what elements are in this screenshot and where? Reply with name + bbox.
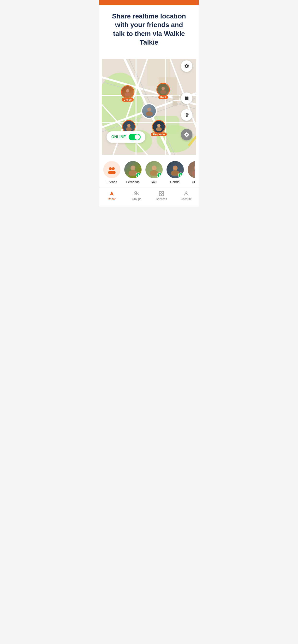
friend-name-raul: Raul bbox=[151, 180, 158, 184]
account-icon bbox=[183, 191, 189, 196]
hero-title: Share realtime location with your friend… bbox=[109, 12, 189, 47]
svg-rect-59 bbox=[162, 192, 164, 193]
radar-icon bbox=[109, 191, 115, 196]
friend-avatar-gabriel bbox=[167, 161, 184, 178]
location-badge-fernando bbox=[136, 172, 141, 178]
svg-marker-52 bbox=[110, 191, 114, 196]
svg-point-28 bbox=[162, 87, 165, 90]
friend-item-cleide[interactable]: Cleide bbox=[188, 161, 195, 184]
my-location-button[interactable] bbox=[181, 129, 192, 140]
map-pin-cleide[interactable]: Cleide bbox=[121, 85, 134, 102]
friend-name-cleide: Cleide bbox=[192, 180, 195, 184]
map-container: ONLINE Cleide Raul bbox=[102, 56, 196, 157]
nav-label-groups: Groups bbox=[132, 198, 141, 201]
pin-label-fernando: Fernando bbox=[151, 132, 167, 136]
svg-point-26 bbox=[126, 89, 129, 92]
svg-rect-61 bbox=[162, 194, 164, 196]
friend-name-gabriel: Gabriel bbox=[170, 180, 180, 184]
svg-point-32 bbox=[127, 124, 130, 127]
friend-avatar-cleide bbox=[188, 161, 195, 178]
location-badge-gabriel bbox=[178, 172, 183, 178]
nav-item-services[interactable]: Services bbox=[149, 190, 174, 202]
pin-label-raul: Raul bbox=[158, 95, 168, 99]
status-bar bbox=[99, 0, 199, 5]
friend-item-raul[interactable]: Raul bbox=[145, 161, 163, 184]
pin-label-cleide: Cleide bbox=[122, 98, 133, 102]
svg-point-29 bbox=[160, 90, 166, 94]
svg-point-31 bbox=[146, 112, 152, 116]
settings-button[interactable] bbox=[181, 60, 192, 72]
nav-item-groups[interactable]: Groups bbox=[124, 190, 149, 202]
hero-section: Share realtime location with your friend… bbox=[99, 5, 199, 56]
svg-point-36 bbox=[109, 167, 112, 170]
nav-label-account: Account bbox=[181, 198, 192, 201]
svg-point-49 bbox=[194, 166, 195, 170]
svg-marker-42 bbox=[137, 174, 139, 176]
friends-group-item[interactable]: Friends bbox=[103, 161, 120, 184]
svg-point-40 bbox=[130, 166, 135, 170]
svg-rect-20 bbox=[173, 95, 180, 100]
online-toggle[interactable] bbox=[129, 134, 140, 140]
svg-marker-48 bbox=[180, 174, 182, 176]
svg-point-38 bbox=[112, 167, 115, 170]
svg-point-34 bbox=[157, 124, 161, 127]
friend-name-fernando: Fernando bbox=[126, 180, 140, 184]
svg-point-35 bbox=[156, 127, 162, 130]
location-badge-raul bbox=[157, 172, 162, 178]
toggle-knob bbox=[135, 134, 140, 140]
online-pill[interactable]: ONLINE bbox=[106, 131, 145, 143]
map-pin-self[interactable] bbox=[141, 103, 157, 119]
friends-section: Friends Fernando bbox=[99, 157, 199, 188]
svg-marker-45 bbox=[158, 174, 161, 176]
svg-point-25 bbox=[188, 114, 189, 114]
svg-point-46 bbox=[173, 166, 178, 170]
svg-rect-22 bbox=[173, 101, 177, 106]
map-wrapper: ONLINE Cleide Raul bbox=[99, 56, 199, 157]
friend-avatar-raul bbox=[145, 161, 163, 178]
nav-label-radar: Radar bbox=[108, 198, 116, 201]
svg-rect-60 bbox=[159, 194, 161, 196]
friend-item-fernando[interactable]: Fernando bbox=[124, 161, 141, 184]
services-icon bbox=[159, 191, 164, 196]
online-label: ONLINE bbox=[111, 135, 126, 139]
map-pin-raul[interactable]: Raul bbox=[157, 83, 170, 99]
svg-point-57 bbox=[137, 192, 138, 193]
svg-point-62 bbox=[185, 192, 187, 194]
groups-icon bbox=[134, 191, 139, 196]
camera-button[interactable] bbox=[181, 92, 192, 104]
walkie-talkie-button[interactable] bbox=[181, 109, 192, 121]
nav-item-radar[interactable]: Radar bbox=[99, 190, 124, 202]
bottom-nav: Radar Groups Services Account bbox=[99, 188, 199, 206]
friend-avatar-fernando bbox=[124, 161, 141, 178]
friends-list: Friends Fernando bbox=[103, 161, 195, 184]
nav-item-account[interactable]: Account bbox=[174, 190, 199, 202]
svg-point-50 bbox=[192, 170, 195, 176]
svg-rect-58 bbox=[159, 192, 161, 193]
friends-label: Friends bbox=[106, 180, 117, 184]
friends-group-avatar bbox=[103, 161, 120, 178]
svg-point-43 bbox=[152, 166, 157, 170]
svg-point-27 bbox=[125, 92, 130, 96]
svg-point-33 bbox=[126, 127, 132, 130]
map-pin-fernando[interactable]: Fernando bbox=[151, 120, 167, 136]
svg-point-39 bbox=[111, 171, 116, 174]
friend-item-gabriel[interactable]: Gabriel bbox=[167, 161, 184, 184]
svg-point-30 bbox=[147, 108, 151, 112]
nav-label-services: Services bbox=[156, 198, 167, 201]
